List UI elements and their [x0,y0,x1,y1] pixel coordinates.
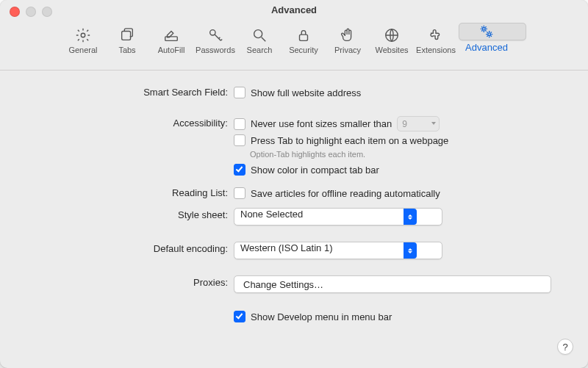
tabs-icon [119,27,135,43]
pencil-field-icon [163,27,179,43]
tab-passwords[interactable]: Passwords [194,23,237,67]
svg-point-3 [210,30,215,35]
accessibility-label: Accessibility: [0,116,234,129]
proxies-label: Proxies: [0,275,234,288]
tab-security[interactable]: Security [282,23,325,67]
svg-point-8 [488,33,491,36]
svg-rect-5 [300,35,308,40]
tab-highlight-checkbox[interactable]: Press Tab to highlight each item on a we… [234,133,551,148]
min-font-size-checkbox[interactable]: Never use font sizes smaller than 9 [234,116,551,131]
smart-search-label: Smart Search Field: [0,85,234,98]
tab-label: Search [247,46,273,54]
tab-label: Security [289,46,318,54]
tab-search[interactable]: Search [238,23,281,67]
show-full-address-checkbox[interactable]: Show full website address [234,85,551,100]
puzzle-icon [428,27,444,43]
gears-icon [478,24,495,40]
tab-advanced[interactable]: Advanced [459,23,526,40]
titlebar: Advanced [0,0,588,21]
chevron-updown-icon [404,242,417,259]
help-button[interactable]: ? [557,339,573,355]
encoding-label: Default encoding: [0,242,234,254]
key-icon [207,27,223,43]
tab-label: General [68,46,97,54]
svg-point-7 [483,28,486,31]
magnifier-icon [251,27,268,43]
checkbox-text: Save articles for offline reading automa… [251,188,440,199]
lock-icon [295,27,312,43]
checkbox-icon [234,164,245,176]
gear-icon [75,27,91,43]
tab-label: Websites [375,46,408,54]
show-develop-menu-checkbox[interactable]: Show Develop menu in menu bar [234,309,551,324]
checkbox-text: Show color in compact tab bar [251,165,379,176]
tab-label: Passwords [196,46,235,54]
advanced-form: Smart Search Field: Show full website ad… [0,71,588,324]
chevron-updown-icon [404,209,417,225]
checkbox-icon [234,311,245,322]
tab-extensions[interactable]: Extensions [415,23,457,67]
checkbox-icon [234,118,245,130]
globe-icon [384,27,400,43]
checkbox-icon [234,87,245,98]
checkbox-text: Press Tab to highlight each item on a we… [251,135,448,146]
offline-reading-checkbox[interactable]: Save articles for offline reading automa… [234,186,551,201]
tab-autofill[interactable]: AutoFill [150,23,193,67]
tab-websites[interactable]: Websites [370,23,413,67]
preferences-window: Advanced General Tabs AutoFill Passwords… [0,0,588,368]
tab-label: Advanced [465,42,508,53]
tab-label: Privacy [334,46,361,54]
svg-point-4 [254,30,262,38]
tab-label: Tabs [118,46,135,54]
tab-tabs[interactable]: Tabs [106,23,148,67]
reading-list-label: Reading List: [0,186,234,198]
window-title: Advanced [0,4,588,15]
hand-icon [340,27,356,43]
checkbox-icon [234,134,245,146]
svg-point-0 [81,33,85,37]
stylesheet-label: Style sheet: [0,208,234,220]
change-settings-button[interactable]: Change Settings… [234,275,551,293]
tab-highlight-hint: Option-Tab highlights each item. [250,150,551,159]
tab-label: AutoFill [158,46,185,54]
checkbox-text: Show full website address [251,87,361,98]
min-font-size-select[interactable]: 9 [397,116,440,131]
preferences-toolbar: General Tabs AutoFill Passwords Search S… [0,21,588,71]
compact-tab-color-checkbox[interactable]: Show color in compact tab bar [234,162,551,177]
tab-privacy[interactable]: Privacy [326,23,369,67]
checkbox-text: Show Develop menu in menu bar [251,311,392,322]
checkbox-text: Never use font sizes smaller than [251,118,392,129]
tab-general[interactable]: General [62,23,104,67]
checkbox-icon [234,187,245,199]
tab-label: Extensions [416,46,456,54]
svg-rect-1 [122,32,131,40]
